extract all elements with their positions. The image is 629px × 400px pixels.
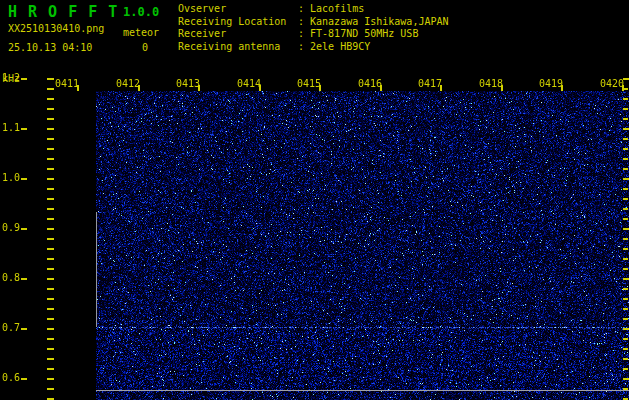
info-row: Ovserver: Lacofilms	[178, 3, 449, 16]
freq-major-tick-left	[21, 328, 27, 330]
freq-minor-tick-left	[47, 108, 54, 110]
info-value: : Kanazawa Ishikawa,JAPAN	[298, 16, 449, 29]
spectrogram-canvas	[96, 91, 629, 400]
freq-tick-label: 0.8	[2, 272, 20, 283]
freq-minor-tick-left	[47, 318, 54, 320]
info-label: Receiver	[178, 28, 298, 41]
freq-minor-tick-left	[47, 278, 54, 280]
freq-minor-tick-left	[47, 368, 54, 370]
info-value: : Lacofilms	[298, 3, 364, 16]
freq-major-tick-left	[21, 128, 27, 130]
freq-minor-tick-left	[47, 178, 54, 180]
meteor-count: 0	[142, 42, 148, 53]
info-value: : 2ele HB9CY	[298, 41, 370, 54]
freq-major-tick-left	[21, 178, 27, 180]
freq-minor-tick-left	[47, 298, 54, 300]
info-row: Receiver: FT-817ND 50MHz USB	[178, 28, 449, 41]
freq-minor-tick-left	[47, 218, 54, 220]
freq-minor-tick-left	[47, 308, 54, 310]
info-row: Receiving antenna: 2ele HB9CY	[178, 41, 449, 54]
freq-tick-right	[623, 78, 629, 80]
freq-minor-tick-left	[47, 258, 54, 260]
mode-label: meteor	[123, 27, 159, 38]
freq-minor-tick-left	[47, 358, 54, 360]
freq-minor-tick-left	[47, 348, 54, 350]
freq-minor-tick-left	[47, 78, 54, 80]
freq-major-tick-left	[21, 78, 27, 80]
freq-tick-right	[623, 88, 628, 90]
freq-unit-label: kHz	[2, 73, 20, 84]
freq-tick-label: 0.9	[2, 222, 20, 233]
freq-major-tick-left	[21, 228, 27, 230]
freq-minor-tick-left	[47, 88, 54, 90]
app-title: H R O F F T	[8, 3, 118, 21]
freq-minor-tick-left	[47, 248, 54, 250]
hrofft-window: H R O F F T 1.0.0 XX2510130410.png meteo…	[0, 0, 629, 400]
freq-minor-tick-left	[47, 238, 54, 240]
freq-minor-tick-left	[47, 198, 54, 200]
info-label: Receiving antenna	[178, 41, 298, 54]
freq-major-tick-left	[21, 378, 27, 380]
info-row: Receiving Location: Kanazawa Ishikawa,JA…	[178, 16, 449, 29]
freq-minor-tick-left	[47, 338, 54, 340]
info-label: Receiving Location	[178, 16, 298, 29]
info-panel: Ovserver: LacofilmsReceiving Location: K…	[178, 3, 449, 53]
freq-minor-tick-left	[47, 388, 54, 390]
freq-tick-label: 1.1	[2, 122, 20, 133]
freq-minor-tick-left	[47, 158, 54, 160]
freq-minor-tick-left	[47, 208, 54, 210]
freq-minor-tick-left	[47, 378, 54, 380]
freq-minor-tick-left	[47, 128, 54, 130]
app-version: 1.0.0	[123, 5, 159, 19]
output-filename: XX2510130410.png	[8, 23, 104, 34]
freq-minor-tick-left	[47, 228, 54, 230]
freq-minor-tick-left	[47, 138, 54, 140]
freq-minor-tick-left	[47, 148, 54, 150]
spectrogram-plot	[57, 72, 622, 400]
freq-minor-tick-left	[47, 188, 54, 190]
info-value: : FT-817ND 50MHz USB	[298, 28, 418, 41]
freq-minor-tick-left	[47, 98, 54, 100]
datetime-label: 25.10.13 04:10	[8, 42, 92, 53]
freq-tick-label: 0.6	[2, 372, 20, 383]
freq-major-tick-left	[21, 278, 27, 280]
freq-minor-tick-left	[47, 328, 54, 330]
freq-minor-tick-left	[47, 268, 54, 270]
freq-minor-tick-left	[47, 288, 54, 290]
freq-tick-label: 0.7	[2, 322, 20, 333]
freq-minor-tick-left	[47, 118, 54, 120]
info-label: Ovserver	[178, 3, 298, 16]
freq-minor-tick-left	[47, 168, 54, 170]
freq-tick-label: 1.0	[2, 172, 20, 183]
